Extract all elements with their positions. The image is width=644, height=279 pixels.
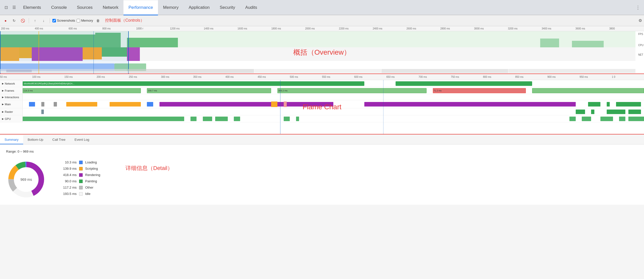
more-tabs-icon[interactable]: ⋮: [634, 4, 642, 12]
screenshots-checkbox-label[interactable]: Screenshots: [52, 19, 75, 22]
legend-painting: 90.0 ms Painting: [56, 179, 100, 183]
flame-tick: 250 ms: [129, 76, 161, 78]
memory-checkbox-label[interactable]: Memory: [77, 19, 93, 22]
tab-event-log[interactable]: Event Log: [70, 135, 94, 144]
flame-tick: 150 ms: [65, 76, 97, 78]
other-color: [79, 186, 83, 189]
interactions-label[interactable]: ▶ Interactions: [0, 94, 23, 100]
overview-content[interactable]: FPS CPU NET 概括（Overview）: [0, 31, 644, 74]
flame-tick: 950 ms: [579, 76, 612, 78]
dock-icon[interactable]: ⊡: [2, 4, 10, 12]
main-content: [23, 100, 644, 108]
menu-icon[interactable]: ☰: [10, 4, 18, 12]
tab-summary[interactable]: Summary: [0, 135, 23, 144]
flame-tick: 800 ms: [483, 76, 515, 78]
delete-button[interactable]: 🗑: [94, 17, 102, 24]
settings-icon[interactable]: ⚙: [638, 18, 642, 23]
tab-call-tree[interactable]: Call Tree: [48, 135, 70, 144]
tab-memory[interactable]: Memory: [158, 0, 183, 15]
flame-tick: 900 ms: [548, 76, 580, 78]
network-row: ▶ Network xkvoNo9fC8O2RDydKj12bwzyDMXhdD…: [0, 80, 644, 87]
overview-timeline: 200 ms400 ms600 ms800 ms1000 r1200 ms140…: [0, 26, 644, 31]
main-label[interactable]: ▶ Main: [0, 100, 23, 108]
rendering-color: [79, 173, 83, 177]
timeline-tick: 3000 ms: [474, 27, 508, 30]
timeline-tick: 2400 ms: [373, 27, 406, 30]
frames-label[interactable]: ▶ Frames: [0, 87, 23, 94]
flame-tick: 400 ms: [226, 76, 258, 78]
memory-checkbox[interactable]: [77, 19, 80, 22]
detail-content: Range: 0 – 969 ms: [0, 145, 644, 205]
flame-tick: 850 ms: [515, 76, 548, 78]
detail-annotation-label: 详细信息（Detail）: [125, 164, 173, 172]
summary-area: 969 ms 10.3 ms Loading 139.9 ms Scriptin…: [6, 159, 638, 200]
gpu-row: ▶ GPU: [0, 115, 644, 122]
flame-tick: 200 ms: [96, 76, 129, 78]
refresh-button[interactable]: ↻: [11, 17, 18, 24]
overview-panel: 200 ms400 ms600 ms800 ms1000 r1200 ms140…: [0, 26, 644, 74]
tab-security[interactable]: Security: [215, 0, 240, 15]
tab-elements[interactable]: Elements: [18, 0, 46, 15]
gpu-label[interactable]: ▶ GPU: [0, 115, 23, 122]
gpu-content: [23, 115, 644, 122]
timeline-tick: 3200 ms: [508, 27, 542, 30]
legend-idle: 193.5 ms Idle: [56, 192, 100, 196]
timeline-tick: 1800 ms: [271, 27, 305, 30]
timeline-tick: 200 ms: [1, 27, 35, 30]
flame-tick: 700 ms: [418, 76, 451, 78]
legend-rendering: 418.4 ms Rendering: [56, 173, 100, 177]
interactions-row: ▶ Interactions: [0, 94, 644, 100]
donut-chart: 969 ms: [6, 159, 46, 200]
frames-row: ▶ Frames 114.3 ms 209.7 ms 389.2 ms 71.2…: [0, 87, 644, 94]
flame-timeline: 50 ms100 ms150 ms200 ms250 ms300 ms350 m…: [0, 74, 644, 80]
clear-button[interactable]: 🚫: [19, 17, 26, 24]
idle-color: [79, 192, 83, 196]
raster-content: [23, 108, 644, 115]
timeline-tick: 1400 ms: [204, 27, 238, 30]
flame-tick: 650 ms: [387, 76, 419, 78]
legend-scripting: 139.9 ms Scripting: [56, 167, 100, 170]
timeline-tick: 800 ms: [102, 27, 136, 30]
flame-chart-panel: 50 ms100 ms150 ms200 ms250 ms300 ms350 m…: [0, 74, 644, 134]
timeline-tick: 3800: [609, 27, 643, 30]
tab-console[interactable]: Console: [46, 0, 72, 15]
tab-audits[interactable]: Audits: [240, 0, 262, 15]
frames-content: 114.3 ms 209.7 ms 389.2 ms 71.2 ms: [23, 87, 644, 94]
record-button[interactable]: ●: [2, 17, 9, 24]
detail-panel: Summary Bottom-Up Call Tree Event Log Ra…: [0, 134, 644, 205]
timeline-tick: 2000 ms: [305, 27, 339, 30]
timeline-tick: 1200 ms: [170, 27, 204, 30]
download-button[interactable]: ↓: [40, 17, 47, 24]
timeline-tick: 2200 ms: [339, 27, 373, 30]
timeline-tick: 2600 ms: [406, 27, 440, 30]
timeline-tick: 3600 ms: [575, 27, 609, 30]
flame-tick: 750 ms: [451, 76, 483, 78]
raster-label[interactable]: ▶ Raster: [0, 108, 23, 115]
legend-loading: 10.3 ms Loading: [56, 160, 100, 164]
tab-bottom-up[interactable]: Bottom-Up: [23, 135, 48, 144]
timeline-tick: 1000 r: [136, 27, 170, 30]
timeline-tick: 600 ms: [69, 27, 102, 30]
performance-toolbar: ● ↻ 🚫 ↑ ↓ Screenshots Memory 🗑 控制面板（Cont…: [0, 15, 644, 26]
raster-row: ▶ Raster: [0, 108, 644, 115]
painting-color: [79, 180, 83, 183]
tab-network[interactable]: Network: [98, 0, 123, 15]
tab-application[interactable]: Application: [184, 0, 215, 15]
tab-performance[interactable]: Performance: [123, 0, 158, 15]
flame-tick: 50 ms: [0, 76, 32, 78]
tab-sources[interactable]: Sources: [72, 0, 98, 15]
network-label[interactable]: ▶ Network: [0, 80, 23, 87]
controls-label: 控制面板（Controls）: [105, 18, 144, 23]
flame-tick: 350 ms: [193, 76, 226, 78]
flame-tick: 600 ms: [354, 76, 387, 78]
upload-button[interactable]: ↑: [31, 17, 39, 24]
flame-tick: 550 ms: [322, 76, 354, 78]
screenshots-checkbox[interactable]: [52, 19, 56, 22]
flame-tick: 100 ms: [32, 76, 65, 78]
main-row: ▶ Main: [0, 100, 644, 108]
timeline-tick: 2800 ms: [440, 27, 474, 30]
legend-other: 117.2 ms Other: [56, 186, 100, 189]
range-text: Range: 0 – 969 ms: [6, 150, 638, 153]
flame-rows: ▶ Network xkvoNo9fC8O2RDydKj12bwzyDMXhdD…: [0, 80, 644, 134]
loading-color: [79, 161, 83, 164]
